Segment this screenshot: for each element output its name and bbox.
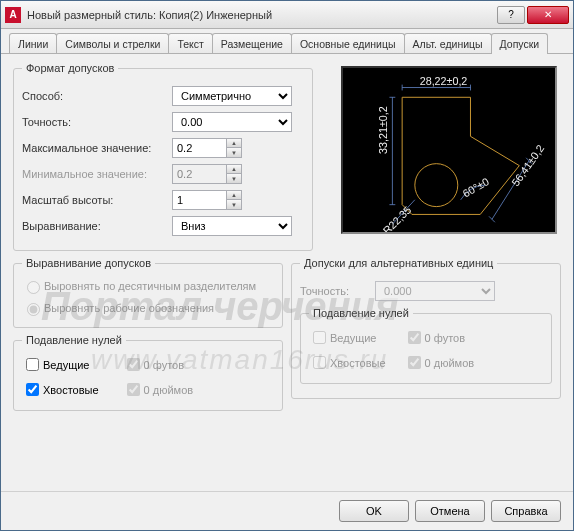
tol-align-group: Выравнивание допусков Выровнять по десят…	[13, 257, 283, 328]
max-spinner[interactable]: ▲▼	[226, 138, 242, 158]
min-label: Минимальное значение:	[22, 168, 172, 180]
dialog-window: A Новый размерный стиль: Копия(2) Инжене…	[0, 0, 574, 531]
precision-label: Точность:	[22, 116, 172, 128]
ok-button[interactable]: OK	[339, 500, 409, 522]
tab-tolerances[interactable]: Допуски	[491, 33, 549, 54]
max-input[interactable]	[172, 138, 226, 158]
alt-precision-label: Точность:	[300, 285, 375, 297]
tab-strip: Линии Символы и стрелки Текст Размещение…	[1, 29, 573, 54]
method-select[interactable]: Симметрично	[172, 86, 292, 106]
preview-pane: 28,22±0,2 33,21±0,2 56,41±0,2 60°±0 R22,…	[341, 66, 557, 234]
inches-check: 0 дюймов	[123, 380, 194, 399]
zero-sup-group: Подавление нулей Ведущие Хвостовые 0 фут…	[13, 334, 283, 411]
close-button[interactable]: ✕	[527, 6, 569, 24]
precision-select[interactable]: 0.00	[172, 112, 292, 132]
alt-trailing-check: Хвостовые	[309, 353, 386, 372]
min-input	[172, 164, 226, 184]
alt-precision-select: 0.000	[375, 281, 495, 301]
alt-feet-check: 0 футов	[404, 328, 465, 347]
app-icon: A	[5, 7, 21, 23]
dialog-footer: OK Отмена Справка	[1, 491, 573, 530]
svg-text:33,21±0,2: 33,21±0,2	[377, 106, 389, 154]
alt-group: Допуски для альтернативных единиц Точнос…	[291, 257, 561, 399]
window-title: Новый размерный стиль: Копия(2) Инженерн…	[27, 9, 497, 21]
scale-input[interactable]	[172, 190, 226, 210]
svg-text:28,22±0,2: 28,22±0,2	[420, 75, 468, 87]
tab-symbols[interactable]: Символы и стрелки	[56, 33, 169, 54]
help-button[interactable]: Справка	[491, 500, 561, 522]
zero-sup-legend: Подавление нулей	[22, 334, 126, 346]
alt-legend: Допуски для альтернативных единиц	[300, 257, 497, 269]
tab-fit[interactable]: Размещение	[212, 33, 292, 54]
tol-align-legend: Выравнивание допусков	[22, 257, 155, 269]
tab-primary[interactable]: Основные единицы	[291, 33, 405, 54]
titlebar: A Новый размерный стиль: Копия(2) Инжене…	[1, 1, 573, 29]
align-label: Выравнивание:	[22, 220, 172, 232]
alt-leading-check: Ведущие	[309, 328, 376, 347]
align-decimal-radio: Выровнять по десятичным разделителям	[22, 278, 256, 294]
svg-text:R22,35: R22,35	[380, 204, 413, 232]
svg-point-0	[415, 164, 458, 207]
format-group: Формат допусков Способ: Симметрично Точн…	[13, 62, 313, 251]
method-label: Способ:	[22, 90, 172, 102]
svg-text:60°±0: 60°±0	[461, 175, 491, 199]
scale-spinner[interactable]: ▲▼	[226, 190, 242, 210]
leading-check[interactable]: Ведущие	[22, 355, 89, 374]
feet-check: 0 футов	[123, 355, 184, 374]
help-button-icon[interactable]: ?	[497, 6, 525, 24]
min-spinner: ▲▼	[226, 164, 242, 184]
tab-content: Портал черчения www.vatman16rus.ru 28,22…	[1, 53, 573, 491]
align-symbol-radio: Выровнять рабочие обозначения	[22, 300, 214, 316]
max-label: Максимальное значение:	[22, 142, 172, 154]
trailing-check[interactable]: Хвостовые	[22, 380, 99, 399]
align-select[interactable]: Вниз	[172, 216, 292, 236]
tab-lines[interactable]: Линии	[9, 33, 57, 54]
scale-label: Масштаб высоты:	[22, 194, 172, 206]
svg-text:56,41±0,2: 56,41±0,2	[509, 142, 546, 188]
tab-alt[interactable]: Альт. единицы	[404, 33, 492, 54]
alt-inches-check: 0 дюймов	[404, 353, 475, 372]
alt-zero-group: Подавление нулей Ведущие Хвостовые 0 фут…	[300, 307, 552, 384]
tab-text[interactable]: Текст	[168, 33, 212, 54]
cancel-button[interactable]: Отмена	[415, 500, 485, 522]
alt-zero-legend: Подавление нулей	[309, 307, 413, 319]
format-legend: Формат допусков	[22, 62, 118, 74]
